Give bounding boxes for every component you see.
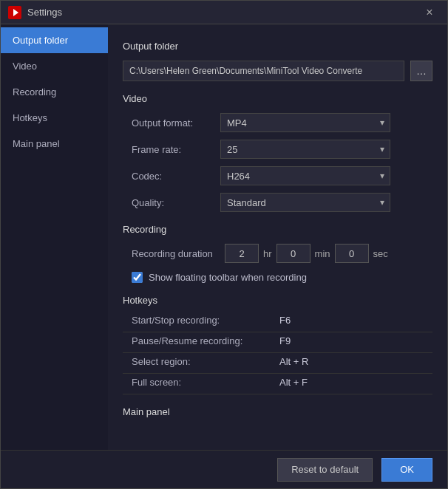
- duration-label: Recording duration: [132, 248, 220, 259]
- hotkey-label-full-screen: Full screen:: [132, 377, 279, 388]
- content-area: Output folder Video Recording Hotkeys Ma…: [1, 24, 447, 450]
- min-unit: min: [315, 248, 330, 259]
- quality-select[interactable]: Standard: [220, 193, 390, 212]
- sidebar-label-main-panel: Main panel: [13, 138, 60, 149]
- hotkey-label-start-stop: Start/Stop recording:: [132, 315, 279, 326]
- app-icon: [8, 6, 21, 19]
- hr-unit: hr: [263, 248, 272, 259]
- hotkeys-section-title: Hotkeys: [123, 295, 432, 306]
- output-format-label: Output format:: [132, 117, 220, 129]
- frame-rate-row: Frame rate: 25: [123, 140, 432, 159]
- sidebar-item-main-panel[interactable]: Main panel: [1, 131, 108, 157]
- hotkey-row-3: Full screen: Alt + F: [123, 377, 432, 394]
- reset-button[interactable]: Reset to default: [277, 458, 373, 482]
- toolbar-checkbox-row: Show floating toolbar when recording: [123, 272, 432, 283]
- hotkey-row-2: Select region: Alt + R: [123, 356, 432, 374]
- sidebar-label-hotkeys: Hotkeys: [13, 112, 47, 123]
- hotkey-value-start-stop: F6: [279, 315, 432, 326]
- main-content: Output folder … Video Output format: MP4: [108, 24, 447, 450]
- quality-row: Quality: Standard: [123, 193, 432, 212]
- quality-select-wrapper: Standard: [220, 193, 390, 212]
- frame-rate-select-wrapper: 25: [220, 140, 390, 159]
- sidebar-label-recording: Recording: [13, 86, 56, 98]
- output-format-row: Output format: MP4: [123, 113, 432, 132]
- sidebar-label-video: Video: [13, 61, 37, 72]
- settings-window: Settings × Output folder Video Recording…: [0, 0, 448, 489]
- recording-section-title: Recording: [123, 224, 432, 235]
- duration-min-input[interactable]: [276, 244, 310, 263]
- title-bar-left: Settings: [8, 6, 62, 19]
- recording-section: Recording Recording duration hr min sec …: [123, 224, 432, 283]
- sidebar-label-output-folder: Output folder: [13, 35, 68, 46]
- main-panel-section: Main panel: [123, 406, 432, 417]
- close-button[interactable]: ×: [419, 5, 440, 20]
- output-folder-title: Output folder: [123, 41, 432, 52]
- ok-button[interactable]: OK: [381, 458, 432, 482]
- hotkey-row-1: Pause/Resume recording: F9: [123, 335, 432, 353]
- output-format-select-wrapper: MP4: [220, 113, 390, 132]
- quality-label: Quality:: [132, 197, 220, 208]
- video-section: Video Output format: MP4 Frame rate: 25: [123, 93, 432, 212]
- frame-rate-select[interactable]: 25: [220, 140, 390, 159]
- codec-select[interactable]: H264: [220, 166, 390, 185]
- duration-sec-input[interactable]: [335, 244, 369, 263]
- main-panel-section-title: Main panel: [123, 406, 432, 417]
- title-bar: Settings ×: [1, 1, 447, 24]
- hotkey-row-0: Start/Stop recording: F6: [123, 315, 432, 332]
- codec-row: Codec: H264: [123, 166, 432, 185]
- sidebar-item-output-folder[interactable]: Output folder: [1, 27, 108, 53]
- hotkey-value-full-screen: Alt + F: [279, 377, 432, 388]
- sidebar-item-recording[interactable]: Recording: [1, 79, 108, 105]
- sidebar: Output folder Video Recording Hotkeys Ma…: [1, 24, 108, 450]
- footer-bar: Reset to default OK: [1, 450, 447, 488]
- window-title: Settings: [27, 7, 62, 18]
- codec-label: Codec:: [132, 171, 220, 182]
- toolbar-checkbox-label: Show floating toolbar when recording: [149, 272, 307, 283]
- folder-row: …: [123, 61, 432, 81]
- hotkey-value-select-region: Alt + R: [279, 356, 432, 367]
- frame-rate-label: Frame rate:: [132, 144, 220, 155]
- hotkey-label-pause-resume: Pause/Resume recording:: [132, 335, 279, 346]
- hotkeys-section: Hotkeys Start/Stop recording: F6 Pause/R…: [123, 295, 432, 394]
- sidebar-item-video[interactable]: Video: [1, 53, 108, 79]
- video-section-title: Video: [123, 93, 432, 104]
- toolbar-checkbox[interactable]: [132, 272, 143, 283]
- browse-button[interactable]: …: [410, 61, 432, 81]
- duration-row: Recording duration hr min sec: [123, 244, 432, 263]
- hotkey-label-select-region: Select region:: [132, 356, 279, 367]
- output-format-select[interactable]: MP4: [220, 113, 390, 132]
- hotkey-value-pause-resume: F9: [279, 335, 432, 346]
- codec-select-wrapper: H264: [220, 166, 390, 185]
- duration-hr-input[interactable]: [225, 244, 259, 263]
- sidebar-item-hotkeys[interactable]: Hotkeys: [1, 105, 108, 131]
- sec-unit: sec: [373, 248, 388, 259]
- folder-path-input[interactable]: [123, 61, 404, 81]
